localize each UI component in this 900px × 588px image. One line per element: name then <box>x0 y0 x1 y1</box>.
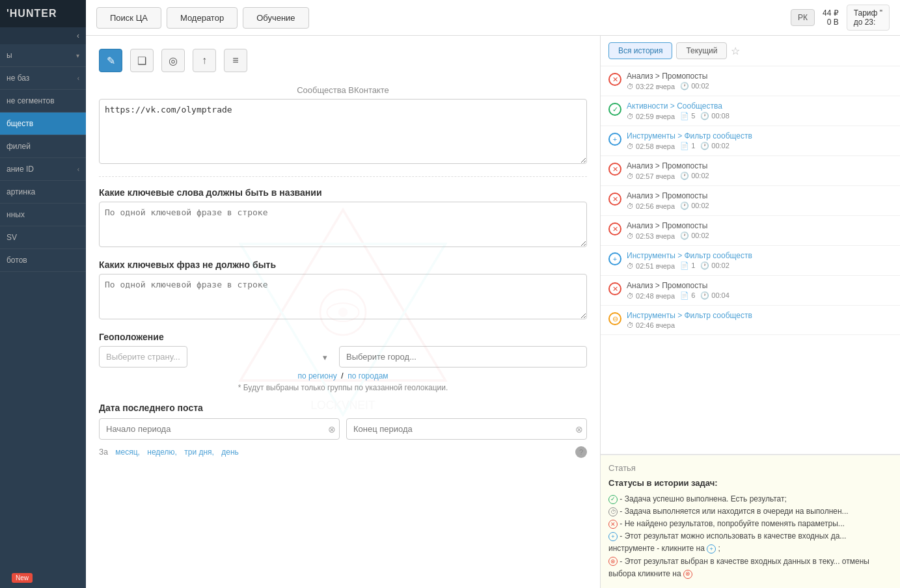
copy-tool-button[interactable]: ❑ <box>130 49 154 72</box>
warning-icon-ref: ⊗ <box>608 557 618 566</box>
edit-tool-button[interactable]: ✎ <box>99 49 122 72</box>
date-end-input[interactable] <box>346 418 587 440</box>
history-time-6: ⏱ 02:51 вчера <box>627 261 675 270</box>
geo-links: по региону / по городам <box>99 371 587 381</box>
article-section-label: Статья <box>608 463 892 473</box>
history-star-button[interactable]: ☆ <box>731 45 740 57</box>
history-tab-current[interactable]: Текущий <box>676 42 727 59</box>
balance-sub: 0 В <box>823 18 839 27</box>
new-badge: New <box>12 573 33 583</box>
history-item-3[interactable]: ✕ Анализ > Промопосты ⏱ 02:57 вчера 🕐 00… <box>601 156 900 186</box>
success-icon-ref: ✓ <box>608 495 618 504</box>
vk-communities-input[interactable]: https://vk.com/olymptrade <box>99 99 587 164</box>
plus-icon-ref: + <box>608 532 618 541</box>
history-time-5: ⏱ 02:53 вчера <box>627 232 675 240</box>
history-content-4: Анализ > Промопосты ⏱ 02:56 вчера 🕐 00:0… <box>627 191 892 210</box>
date-section: Дата последнего поста ⊗ ⊗ За месяц, <box>99 403 587 458</box>
date-label: Дата последнего поста <box>99 403 587 413</box>
geo-region-link[interactable]: по региону <box>297 371 336 381</box>
keywords-exclude-section: Каких ключевых фраз не должно быть <box>99 260 587 321</box>
history-content-7: Анализ > Промопосты ⏱ 02:48 вчера 📄 6 🕐 … <box>627 281 892 300</box>
history-icon-2: + <box>608 133 621 146</box>
history-meta-3: ⏱ 02:57 вчера 🕐 00:02 <box>627 172 892 180</box>
history-count-7: 📄 6 <box>680 291 695 300</box>
history-content-8: Инструменты > Фильтр сообществ ⏱ 02:46 в… <box>627 311 892 329</box>
upload-tool-button[interactable]: ↑ <box>193 49 216 72</box>
history-item-7[interactable]: ✕ Анализ > Промопосты ⏱ 02:48 вчера 📄 6 … <box>601 276 900 306</box>
sidebar-item-label-9: SV <box>7 233 17 242</box>
history-item-2[interactable]: + Инструменты > Фильтр сообществ ⏱ 02:58… <box>601 126 900 156</box>
vk-communities-section: Сообщества ВКонтакте https://vk.com/olym… <box>99 85 587 166</box>
history-content-0: Анализ > Промопосты ⏱ 03:22 вчера 🕐 00:0… <box>627 72 892 90</box>
geo-section: Геоположение Выберите страну... по регио… <box>99 332 587 392</box>
article-panel: Статья Статусы в истории задач: ✓ - Зада… <box>601 455 900 588</box>
main-area: Поиск ЦА Модератор Обучение РК 44 ₽ 0 В … <box>86 0 900 588</box>
rk-badge[interactable]: РК <box>791 9 815 26</box>
sidebar-item-10[interactable]: ботов <box>0 249 86 272</box>
sidebar-item-8[interactable]: нных <box>0 204 86 226</box>
sidebar-item-7[interactable]: артинка <box>0 181 86 204</box>
history-item-4[interactable]: ✕ Анализ > Промопосты ⏱ 02:56 вчера 🕐 00… <box>601 186 900 216</box>
history-item-1[interactable]: ✓ Активности > Сообщества ⏱ 02:59 вчера … <box>601 96 900 126</box>
history-item-6[interactable]: + Инструменты > Фильтр сообществ ⏱ 02:51… <box>601 246 900 276</box>
sidebar-item-6[interactable]: ание ID ‹ <box>0 158 86 181</box>
history-content-3: Анализ > Промопосты ⏱ 02:57 вчера 🕐 00:0… <box>627 161 892 180</box>
history-item-0[interactable]: ✕ Анализ > Промопосты ⏱ 03:22 вчера 🕐 00… <box>601 66 900 96</box>
sidebar-item-4-communities[interactable]: бществ <box>0 113 86 135</box>
sidebar-bottom: New <box>0 568 86 588</box>
keywords-exclude-input[interactable] <box>99 274 587 319</box>
tariff-info: Тариф " до 23: <box>847 5 890 31</box>
sidebar-item-3[interactable]: не сегментов <box>0 90 86 113</box>
article-heading: Статусы в истории задач: <box>608 478 892 488</box>
left-panel: LOCKVNEIT ✎ ❑ ◎ ↑ ≡ Сообщества ВКонтакте… <box>86 36 601 588</box>
quick-threedays-link[interactable]: три дня, <box>184 448 214 457</box>
sidebar-item-1[interactable]: ы ▾ <box>0 44 86 67</box>
clock-icon-ref: ⏱ <box>608 507 618 516</box>
keywords-include-input[interactable] <box>99 202 587 247</box>
sidebar-item-label-5: филей <box>7 142 31 151</box>
geo-label: Геоположение <box>99 332 587 342</box>
history-tabs: Вся история Текущий ☆ <box>601 36 900 66</box>
article-line-5: ⊗ - Этот результат выбран в качестве вхо… <box>608 555 892 580</box>
history-time-0: ⏱ 03:22 вчера <box>627 82 675 90</box>
geo-row: Выберите страну... <box>99 346 587 368</box>
history-icon-6: + <box>608 252 621 265</box>
date-start-wrap: ⊗ <box>99 418 340 440</box>
geo-country-select[interactable]: Выберите страну... <box>99 346 187 368</box>
history-item-5[interactable]: ✕ Анализ > Промопосты ⏱ 02:53 вчера 🕐 00… <box>601 216 900 246</box>
history-meta-6: ⏱ 02:51 вчера 📄 1 🕐 00:02 <box>627 261 892 270</box>
divider-1 <box>99 176 587 177</box>
geo-cities-link[interactable]: по городам <box>348 371 388 381</box>
nav-moderator-button[interactable]: Модератор <box>167 7 238 29</box>
history-content-2: Инструменты > Фильтр сообществ ⏱ 02:58 в… <box>627 131 892 150</box>
sidebar-item-5[interactable]: филей <box>0 135 86 158</box>
nav-education-button[interactable]: Обучение <box>243 7 308 29</box>
history-time-4: ⏱ 02:56 вчера <box>627 202 675 210</box>
book-tool-button[interactable]: ≡ <box>224 49 247 72</box>
content-area: LOCKVNEIT ✎ ❑ ◎ ↑ ≡ Сообщества ВКонтакте… <box>86 36 900 588</box>
history-title-6: Инструменты > Фильтр сообществ <box>627 251 892 260</box>
sidebar: 'HUNTER ‹ ы ▾ не баз ‹ не сегментов бщес… <box>0 0 86 588</box>
sidebar-collapse-button[interactable]: ‹ <box>0 27 86 44</box>
quick-month-link[interactable]: месяц, <box>115 448 140 457</box>
sidebar-item-2[interactable]: не баз ‹ <box>0 67 86 90</box>
sidebar-item-9[interactable]: SV <box>0 226 86 249</box>
history-icon-5: ✕ <box>608 222 621 235</box>
keywords-exclude-label: Каких ключевых фраз не должно быть <box>99 260 587 270</box>
history-item-8[interactable]: ⊖ Инструменты > Фильтр сообществ ⏱ 02:46… <box>601 306 900 335</box>
quick-day-link[interactable]: день <box>221 448 239 457</box>
help-badge[interactable]: ? <box>575 446 587 458</box>
history-time-3: ⏱ 02:57 вчера <box>627 172 675 180</box>
location-tool-button[interactable]: ◎ <box>161 49 185 72</box>
quick-week-link[interactable]: неделю, <box>147 448 177 457</box>
history-tab-all[interactable]: Вся история <box>608 42 672 59</box>
geo-city-input[interactable] <box>339 346 587 368</box>
tariff-label: Тариф " <box>854 8 882 18</box>
article-line-3: ✕ - Не найдено результатов, попробуйте п… <box>608 518 892 530</box>
history-title-1: Активности > Сообщества <box>627 101 892 111</box>
date-end-clear-button[interactable]: ⊗ <box>575 424 583 434</box>
nav-search-button[interactable]: Поиск ЦА <box>96 7 161 29</box>
date-start-input[interactable] <box>99 418 340 440</box>
date-start-clear-button[interactable]: ⊗ <box>328 424 336 434</box>
history-meta-4: ⏱ 02:56 вчера 🕐 00:02 <box>627 202 892 210</box>
